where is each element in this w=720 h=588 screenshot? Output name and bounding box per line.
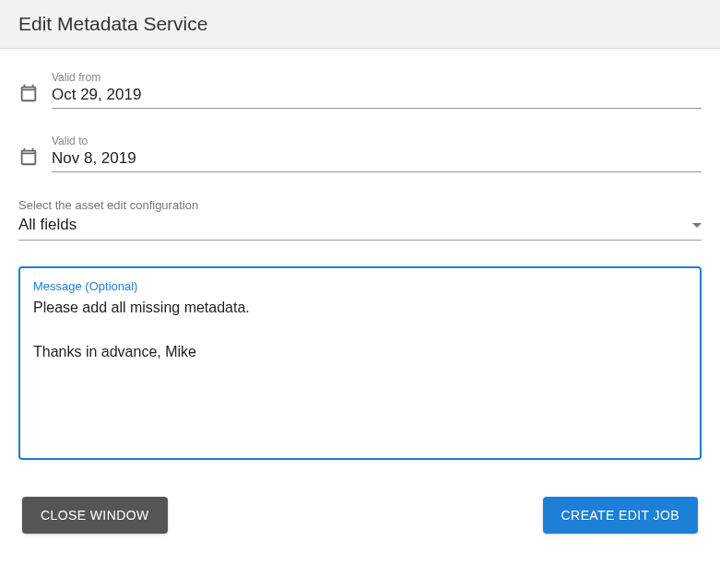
close-window-button[interactable]: CLOSE WINDOW	[22, 497, 168, 534]
calendar-icon	[18, 147, 39, 167]
config-select-value: All fields	[18, 216, 77, 234]
dialog-title: Edit Metadata Service	[18, 13, 702, 35]
valid-from-label: Valid from	[52, 71, 702, 84]
valid-to-label: Valid to	[52, 135, 702, 147]
valid-from-field[interactable]: Valid from Oct 29, 2019	[18, 71, 702, 109]
dialog-content: Valid from Oct 29, 2019 Valid to Nov 8, …	[0, 49, 720, 460]
valid-to-input[interactable]: Valid to Nov 8, 2019	[52, 135, 702, 172]
config-select[interactable]: All fields	[18, 216, 702, 241]
message-label: Message (Optional)	[33, 279, 687, 293]
create-edit-job-button[interactable]: CREATE EDIT JOB	[543, 497, 698, 534]
valid-from-input[interactable]: Valid from Oct 29, 2019	[52, 71, 702, 109]
valid-to-field[interactable]: Valid to Nov 8, 2019	[18, 135, 702, 172]
calendar-icon	[18, 83, 39, 103]
dialog-header: Edit Metadata Service	[0, 0, 720, 49]
valid-from-value: Oct 29, 2019	[52, 86, 702, 104]
dialog-footer: CLOSE WINDOW CREATE EDIT JOB	[0, 497, 720, 550]
chevron-down-icon	[692, 223, 702, 228]
config-select-field: Select the asset edit configuration All …	[18, 198, 702, 241]
message-textarea[interactable]: Please add all missing metadata. Thanks …	[33, 297, 687, 444]
valid-to-value: Nov 8, 2019	[52, 149, 702, 168]
message-field[interactable]: Message (Optional) Please add all missin…	[18, 266, 702, 460]
config-select-label: Select the asset edit configuration	[18, 198, 702, 212]
